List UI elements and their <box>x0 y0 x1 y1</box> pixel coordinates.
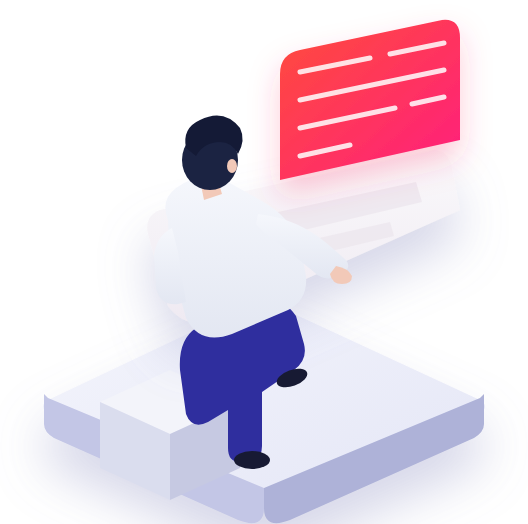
svg-point-9 <box>227 159 237 173</box>
head <box>182 116 243 191</box>
svg-point-6 <box>234 451 270 469</box>
illustration-svg <box>0 0 528 524</box>
isometric-workspace-illustration <box>0 0 528 524</box>
